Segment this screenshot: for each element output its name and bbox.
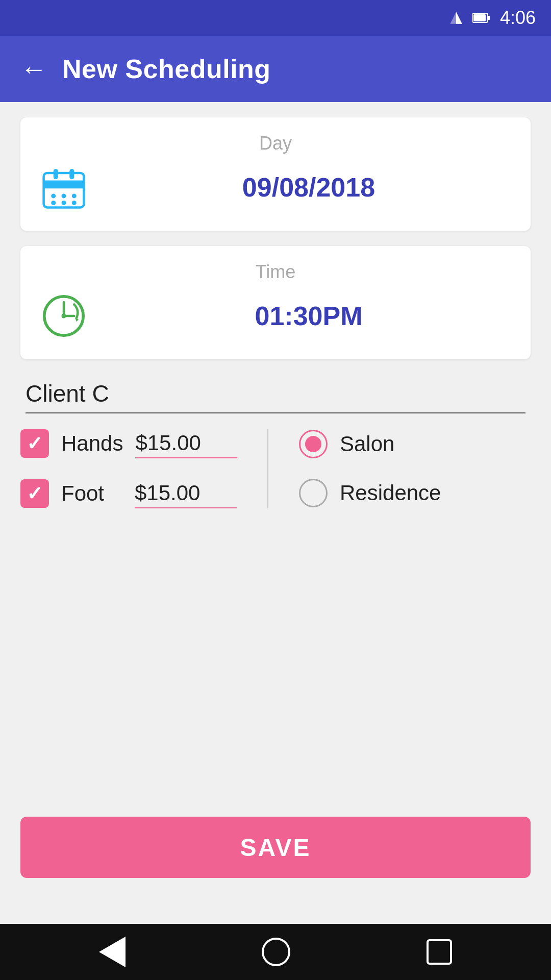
svg-point-12 (72, 193, 77, 198)
foot-label: Foot (61, 481, 122, 506)
svg-point-14 (62, 201, 66, 205)
svg-point-11 (62, 193, 66, 198)
time-label: Time (41, 261, 510, 283)
status-bar: 4:06 (0, 0, 551, 36)
calendar-icon (41, 164, 87, 210)
svg-point-10 (51, 193, 56, 198)
save-button-label: SAVE (240, 834, 311, 862)
bottom-nav (0, 924, 551, 980)
svg-rect-7 (44, 181, 84, 189)
services-left: ✓ Hands ✓ Foot (20, 429, 268, 508)
salon-radio[interactable] (299, 430, 328, 458)
day-card[interactable]: Day (20, 117, 531, 231)
svg-point-13 (51, 201, 56, 205)
save-button[interactable]: SAVE (20, 817, 531, 878)
services-grid: ✓ Hands ✓ Foot (20, 429, 531, 508)
nav-home-button[interactable] (262, 938, 290, 966)
salon-label: Salon (340, 432, 394, 456)
residence-option[interactable]: Residence (299, 479, 531, 507)
svg-rect-8 (54, 169, 58, 179)
day-label: Day (41, 133, 510, 154)
app-bar: ← New Scheduling (0, 36, 551, 102)
foot-checkbox[interactable]: ✓ (20, 479, 49, 508)
signal-icon (449, 11, 463, 25)
hands-label: Hands (61, 431, 123, 456)
svg-rect-4 (473, 14, 486, 21)
residence-label: Residence (340, 481, 441, 505)
time-card[interactable]: Time 01:30PM (20, 246, 531, 359)
foot-row: ✓ Foot (20, 479, 252, 508)
foot-price-input[interactable] (135, 479, 237, 508)
residence-radio[interactable] (299, 479, 328, 507)
svg-rect-3 (488, 16, 490, 20)
hands-price-input[interactable] (135, 429, 237, 458)
hands-checkbox[interactable]: ✓ (20, 429, 49, 458)
hands-row: ✓ Hands (20, 429, 252, 458)
nav-recent-button[interactable] (427, 939, 452, 965)
client-input[interactable] (26, 375, 525, 413)
battery-icon (472, 12, 491, 23)
status-icons: 4:06 (449, 7, 536, 29)
clock-icon (41, 293, 87, 339)
nav-back-button[interactable] (99, 937, 126, 967)
page-title: New Scheduling (62, 54, 271, 84)
svg-point-15 (72, 201, 77, 205)
svg-marker-1 (456, 12, 462, 23)
day-value: 09/08/2018 (107, 172, 510, 203)
salon-option[interactable]: Salon (299, 430, 531, 458)
services-section: ✓ Hands ✓ Foot (20, 429, 531, 508)
main-content: Day (0, 102, 551, 924)
back-button[interactable]: ← (20, 56, 47, 82)
status-time: 4:06 (500, 7, 536, 29)
services-right: Salon Residence (268, 429, 531, 508)
svg-rect-9 (69, 169, 74, 179)
time-value: 01:30PM (107, 301, 510, 331)
client-input-wrap (20, 375, 531, 413)
